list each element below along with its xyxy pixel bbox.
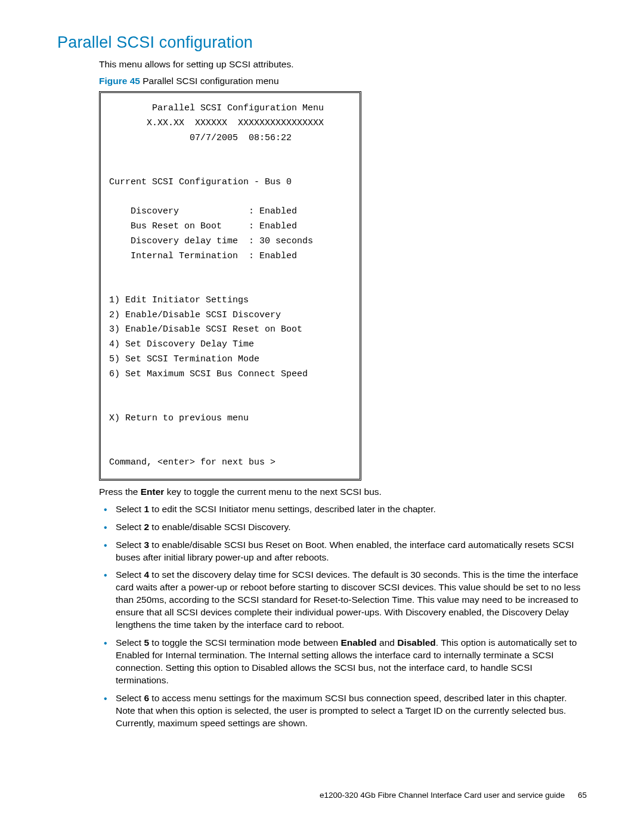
terminal-line: Parallel SCSI Configuration Menu bbox=[109, 103, 324, 113]
section-heading: Parallel SCSI configuration bbox=[57, 33, 587, 52]
figure-caption: Figure 45 Parallel SCSI configuration me… bbox=[99, 76, 587, 86]
figure-title: Parallel SCSI configuration menu bbox=[140, 76, 279, 86]
text: and bbox=[377, 637, 397, 648]
option-number: 4 bbox=[144, 569, 149, 580]
terminal-line: Command, <enter> for next bus > bbox=[109, 457, 275, 467]
terminal-line: 2) Enable/Disable SCSI Discovery bbox=[109, 310, 281, 320]
intro-paragraph: This menu allows for setting up SCSI att… bbox=[99, 59, 587, 70]
bullet-list: Select 1 to edit the SCSI Initiator menu… bbox=[99, 503, 587, 730]
terminal-line: 3) Enable/Disable SCSI Reset on Boot bbox=[109, 324, 302, 335]
option-number: 5 bbox=[144, 637, 149, 648]
list-item: Select 4 to set the discovery delay time… bbox=[99, 569, 587, 631]
terminal-output: Parallel SCSI Configuration Menu X.XX.XX… bbox=[99, 91, 361, 481]
text: to enable/disable SCSI Discovery. bbox=[149, 522, 291, 532]
text: Select bbox=[116, 693, 144, 703]
terminal-line: 1) Edit Initiator Settings bbox=[109, 295, 249, 305]
option-number: 3 bbox=[144, 540, 149, 550]
terminal-line: X.XX.XX XXXXXX XXXXXXXXXXXXXXXX bbox=[109, 118, 324, 128]
post-box-paragraph: Press the Enter key to toggle the curren… bbox=[99, 487, 587, 497]
list-item: Select 1 to edit the SCSI Initiator menu… bbox=[99, 503, 587, 516]
page-number: 65 bbox=[578, 791, 587, 800]
list-item: Select 3 to enable/disable SCSI bus Rese… bbox=[99, 539, 587, 564]
content-block: This menu allows for setting up SCSI att… bbox=[99, 59, 587, 730]
terminal-line: Discovery delay time : 30 seconds bbox=[109, 236, 313, 246]
terminal-line: 5) Set SCSI Termination Mode bbox=[109, 354, 259, 364]
enter-key-label: Enter bbox=[141, 487, 165, 497]
list-item: Select 6 to access menu settings for the… bbox=[99, 692, 587, 730]
text: Select bbox=[116, 540, 144, 550]
terminal-line: 6) Set Maximum SCSI Bus Connect Speed bbox=[109, 369, 308, 379]
enabled-label: Enabled bbox=[340, 637, 376, 648]
text: Select bbox=[116, 569, 144, 580]
terminal-line: Discovery : Enabled bbox=[109, 206, 297, 216]
list-item: Select 5 to toggle the SCSI termination … bbox=[99, 637, 587, 687]
terminal-line: 4) Set Discovery Delay Time bbox=[109, 339, 254, 349]
text: to toggle the SCSI termination mode betw… bbox=[149, 637, 340, 648]
text: Press the bbox=[99, 487, 141, 497]
terminal-line: Current SCSI Configuration - Bus 0 bbox=[109, 177, 292, 187]
text: to enable/disable SCSI bus Reset on Boot… bbox=[116, 540, 574, 562]
figure-number: Figure 45 bbox=[99, 76, 140, 86]
text: key to toggle the current menu to the ne… bbox=[164, 487, 381, 497]
text: to access menu settings for the maximum … bbox=[116, 693, 566, 728]
document-page: Parallel SCSI configuration This menu al… bbox=[0, 0, 644, 833]
disabled-label: Disabled bbox=[397, 637, 436, 648]
terminal-line: 07/7/2005 08:56:22 bbox=[109, 133, 292, 143]
footer-title: e1200-320 4Gb Fibre Channel Interface Ca… bbox=[320, 791, 565, 800]
text: to edit the SCSI Initiator menu settings… bbox=[149, 504, 436, 514]
page-footer: e1200-320 4Gb Fibre Channel Interface Ca… bbox=[320, 791, 587, 800]
text: Select bbox=[116, 504, 144, 514]
text: Select bbox=[116, 637, 144, 648]
option-number: 2 bbox=[144, 522, 149, 532]
option-number: 1 bbox=[144, 504, 149, 514]
terminal-line: X) Return to previous menu bbox=[109, 413, 249, 423]
text: Select bbox=[116, 522, 144, 532]
list-item: Select 2 to enable/disable SCSI Discover… bbox=[99, 521, 587, 534]
option-number: 6 bbox=[144, 693, 149, 703]
terminal-line: Bus Reset on Boot : Enabled bbox=[109, 221, 297, 231]
text: to set the discovery delay time for SCSI… bbox=[116, 569, 580, 630]
terminal-line: Internal Termination : Enabled bbox=[109, 251, 297, 261]
